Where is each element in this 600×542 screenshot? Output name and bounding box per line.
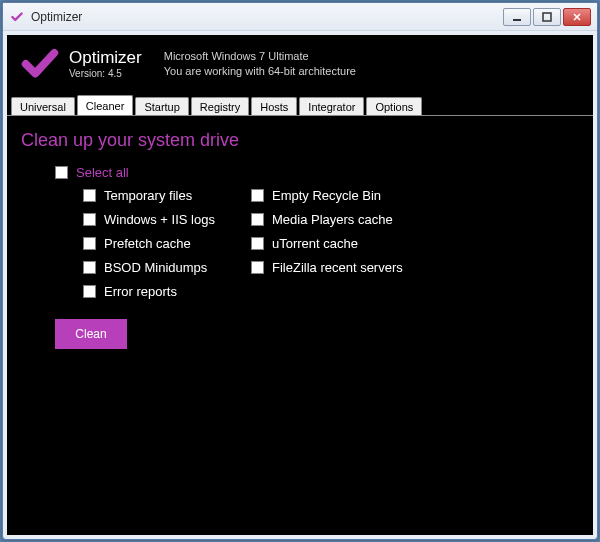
checkbox-icon[interactable]	[83, 213, 96, 226]
svg-rect-1	[543, 13, 551, 21]
checkbox-icon[interactable]	[55, 166, 68, 179]
tab-registry[interactable]: Registry	[191, 97, 249, 115]
checkbox-icon[interactable]	[251, 261, 264, 274]
options-col-1: Temporary files Windows + IIS logs Prefe…	[83, 188, 251, 299]
tab-hosts[interactable]: Hosts	[251, 97, 297, 115]
app-title-icon	[9, 9, 25, 25]
option-empty-recycle-bin[interactable]: Empty Recycle Bin	[251, 188, 403, 203]
os-arch: You are working with 64-bit architecture	[164, 64, 356, 79]
checkbox-icon[interactable]	[251, 189, 264, 202]
option-windows-iis-logs[interactable]: Windows + IIS logs	[83, 212, 251, 227]
header-title-block: Optimizer Version: 4.5	[69, 49, 142, 80]
option-temporary-files[interactable]: Temporary files	[83, 188, 251, 203]
option-prefetch-cache[interactable]: Prefetch cache	[83, 236, 251, 251]
tab-content-cleaner: Clean up your system drive Select all Te…	[7, 116, 593, 535]
client-area: Optimizer Version: 4.5 Microsoft Windows…	[7, 35, 593, 535]
app-window: Optimizer Optimizer Version: 4.5 Microso	[2, 2, 598, 540]
checkbox-icon[interactable]	[83, 261, 96, 274]
tab-universal[interactable]: Universal	[11, 97, 75, 115]
os-name: Microsoft Windows 7 Ultimate	[164, 49, 356, 64]
cleaner-heading: Clean up your system drive	[21, 130, 579, 151]
clean-button[interactable]: Clean	[55, 319, 127, 349]
maximize-button[interactable]	[533, 8, 561, 26]
option-bsod-minidumps[interactable]: BSOD Minidumps	[83, 260, 251, 275]
tab-options[interactable]: Options	[366, 97, 422, 115]
minimize-button[interactable]	[503, 8, 531, 26]
tab-integrator[interactable]: Integrator	[299, 97, 364, 115]
options-grid: Temporary files Windows + IIS logs Prefe…	[83, 188, 579, 299]
close-button[interactable]	[563, 8, 591, 26]
checkbox-icon[interactable]	[83, 285, 96, 298]
window-title: Optimizer	[31, 10, 503, 24]
app-header: Optimizer Version: 4.5 Microsoft Windows…	[7, 35, 593, 93]
checkbox-icon[interactable]	[83, 237, 96, 250]
option-utorrent-cache[interactable]: uTorrent cache	[251, 236, 403, 251]
checkbox-icon[interactable]	[251, 237, 264, 250]
tabs-row: Universal Cleaner Startup Registry Hosts…	[7, 93, 593, 115]
options-col-2: Empty Recycle Bin Media Players cache uT…	[251, 188, 403, 299]
logo-check-icon	[21, 45, 59, 83]
option-filezilla-recent-servers[interactable]: FileZilla recent servers	[251, 260, 403, 275]
select-all-row[interactable]: Select all	[55, 165, 579, 180]
checkbox-icon[interactable]	[251, 213, 264, 226]
select-all-label: Select all	[76, 165, 129, 180]
tab-cleaner[interactable]: Cleaner	[77, 95, 134, 115]
svg-rect-0	[513, 19, 521, 21]
window-controls	[503, 8, 591, 26]
app-version: Version: 4.5	[69, 68, 142, 79]
tab-startup[interactable]: Startup	[135, 97, 188, 115]
option-media-players-cache[interactable]: Media Players cache	[251, 212, 403, 227]
option-error-reports[interactable]: Error reports	[83, 284, 251, 299]
header-os-block: Microsoft Windows 7 Ultimate You are wor…	[164, 49, 356, 79]
checkbox-icon[interactable]	[83, 189, 96, 202]
titlebar: Optimizer	[3, 3, 597, 31]
app-name: Optimizer	[69, 49, 142, 68]
